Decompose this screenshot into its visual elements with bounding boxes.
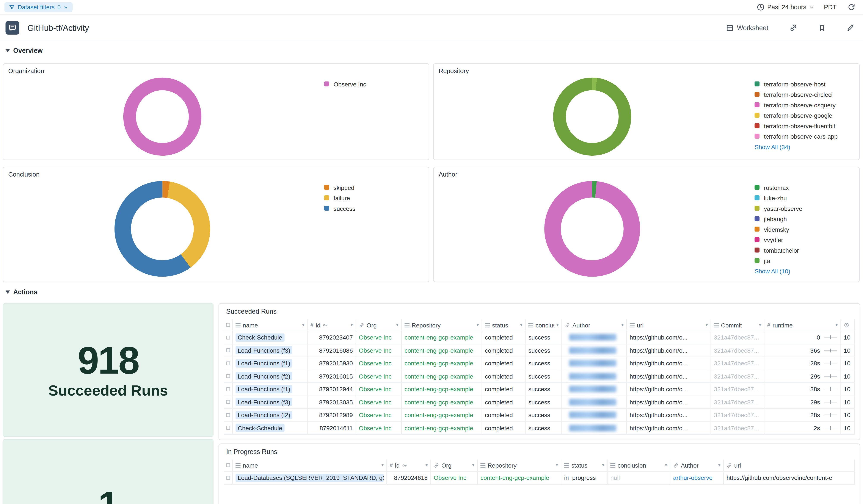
column-header-commit[interactable]: Commit [711, 319, 765, 331]
cell-url[interactable]: https://github.com/o... [627, 344, 711, 357]
column-header-id[interactable]: id [387, 459, 431, 471]
cell-status[interactable]: completed [482, 421, 526, 434]
cell-id[interactable]: 8792015930 [308, 357, 356, 370]
cell-runtime[interactable]: 29s [764, 370, 841, 383]
column-header-runtime[interactable]: runtime [764, 319, 841, 331]
legend-item[interactable]: videmsky [754, 224, 802, 234]
row-checkbox[interactable] [224, 471, 233, 484]
cell-st[interactable]: 10 [841, 357, 855, 370]
cell-st[interactable]: 10 [841, 344, 855, 357]
cell-name[interactable]: Load-Functions (f2) [233, 370, 308, 383]
cell-name[interactable]: Load-Functions (f3) [233, 396, 308, 409]
legend-item[interactable]: jta [754, 255, 802, 266]
organization-donut-chart[interactable] [123, 78, 201, 156]
cell-st[interactable]: 10 [841, 396, 855, 409]
cell-id[interactable]: 8792023407 [308, 331, 356, 344]
row-checkbox[interactable] [224, 409, 233, 421]
legend-item[interactable]: yasar-observe [754, 203, 802, 213]
cell-runtime[interactable]: 28s [764, 357, 841, 370]
cell-conclusion[interactable]: success [526, 357, 562, 370]
column-header-org[interactable]: Org [356, 319, 402, 331]
time-range-selector[interactable]: Past 24 hours [757, 3, 814, 11]
row-checkbox[interactable] [224, 383, 233, 396]
section-overview-toggle[interactable]: Overview [5, 47, 43, 54]
cell-repository[interactable]: content-eng-gcp-example [402, 409, 482, 421]
cell-commit[interactable]: 321a47dbec87... [711, 421, 765, 434]
copy-link-button[interactable] [789, 24, 798, 32]
column-header-org[interactable]: Org [431, 459, 478, 471]
legend-item[interactable]: skipped [324, 182, 355, 192]
cell-repository[interactable]: content-eng-gcp-example [402, 357, 482, 370]
table-row[interactable]: Load-Functions (f1) 8792012944 Observe I… [224, 383, 855, 396]
cell-org[interactable]: Observe Inc [356, 357, 402, 370]
table-row[interactable]: Load-Functions (f2) 8792016015 Observe I… [224, 370, 855, 383]
cell-org[interactable]: Observe Inc [356, 370, 402, 383]
cell-url[interactable]: https://github.com/o... [627, 331, 711, 344]
table-row[interactable]: Check-Schedule 8792014611 Observe Inc co… [224, 421, 855, 434]
cell-st[interactable]: 10 [841, 370, 855, 383]
row-checkbox[interactable] [224, 396, 233, 409]
cell-url[interactable]: https://github.com/o... [627, 409, 711, 421]
cell-conclusion[interactable]: null [608, 471, 671, 484]
cell-name[interactable]: Load-Functions (f3) [233, 344, 308, 357]
cell-author[interactable] [562, 357, 627, 370]
cell-commit[interactable]: 321a47dbec87... [711, 396, 765, 409]
cell-st[interactable]: 10 [841, 331, 855, 344]
cell-url[interactable]: https://github.com/o... [627, 357, 711, 370]
legend-item[interactable]: terraform-observe-circleci [754, 89, 838, 99]
cell-org[interactable]: Observe Inc [356, 421, 402, 434]
cell-name[interactable]: Check-Schedule [233, 331, 308, 344]
cell-status[interactable]: completed [482, 383, 526, 396]
show-all-link[interactable]: Show All (34) [754, 141, 838, 152]
cell-name[interactable]: Check-Schedule [233, 421, 308, 434]
timezone-label[interactable]: PDT [824, 4, 837, 11]
cell-id[interactable]: 8792024618 [387, 471, 431, 484]
cell-org[interactable]: Observe Inc [356, 409, 402, 421]
cell-id[interactable]: 8792012944 [308, 383, 356, 396]
table-row[interactable]: Load-Functions (f2) 8792012989 Observe I… [224, 409, 855, 421]
cell-repository[interactable]: content-eng-gcp-example [402, 396, 482, 409]
column-header-name[interactable]: name [233, 319, 308, 331]
cell-conclusion[interactable]: success [526, 344, 562, 357]
legend-item[interactable]: success [324, 203, 355, 213]
cell-url[interactable]: https://github.com/o... [627, 383, 711, 396]
column-header-author[interactable]: Author [562, 319, 627, 331]
cell-runtime[interactable]: 29s [764, 396, 841, 409]
succeeded-runs-stat-card[interactable]: 918 Succeeded Runs [3, 303, 214, 437]
cell-repository[interactable]: content-eng-gcp-example [402, 370, 482, 383]
legend-item[interactable]: terraform-observe-fluentbit [754, 121, 838, 131]
section-actions-toggle[interactable]: Actions [5, 288, 38, 296]
cell-status[interactable]: completed [482, 344, 526, 357]
legend-item[interactable]: vvydier [754, 234, 802, 245]
column-header-author[interactable]: Author [671, 459, 724, 471]
cell-url[interactable]: https://github.com/o... [627, 370, 711, 383]
cell-commit[interactable]: 321a47dbec87... [711, 409, 765, 421]
cell-repository[interactable]: content-eng-gcp-example [478, 471, 561, 484]
cell-runtime[interactable]: 36s [764, 344, 841, 357]
edit-button[interactable] [847, 24, 854, 32]
cell-id[interactable]: 8792013035 [308, 396, 356, 409]
cell-id[interactable]: 8792016086 [308, 344, 356, 357]
repository-donut-chart[interactable] [553, 78, 631, 156]
cell-runtime[interactable]: 2s [764, 421, 841, 434]
column-header-id[interactable]: id [308, 319, 356, 331]
cell-conclusion[interactable]: success [526, 383, 562, 396]
legend-item[interactable]: luke-zhu [754, 192, 802, 203]
row-checkbox[interactable] [224, 370, 233, 383]
cell-status[interactable]: completed [482, 396, 526, 409]
row-checkbox[interactable] [224, 331, 233, 344]
column-header-repository[interactable]: Repository [478, 459, 561, 471]
cell-status[interactable]: in_progress [561, 471, 608, 484]
column-header-status[interactable]: status [561, 459, 608, 471]
cell-org[interactable]: Observe Inc [356, 331, 402, 344]
cell-status[interactable]: completed [482, 357, 526, 370]
cell-runtime[interactable]: 38s [764, 383, 841, 396]
legend-item[interactable]: failure [324, 192, 355, 203]
cell-st[interactable]: 10 [841, 383, 855, 396]
cell-conclusion[interactable]: success [526, 370, 562, 383]
cell-url[interactable]: https://github.com/observeinc/content-e [724, 471, 854, 484]
cell-url[interactable]: https://github.com/o... [627, 396, 711, 409]
cell-author[interactable] [562, 409, 627, 421]
row-checkbox[interactable] [224, 344, 233, 357]
cell-id[interactable]: 8792012989 [308, 409, 356, 421]
